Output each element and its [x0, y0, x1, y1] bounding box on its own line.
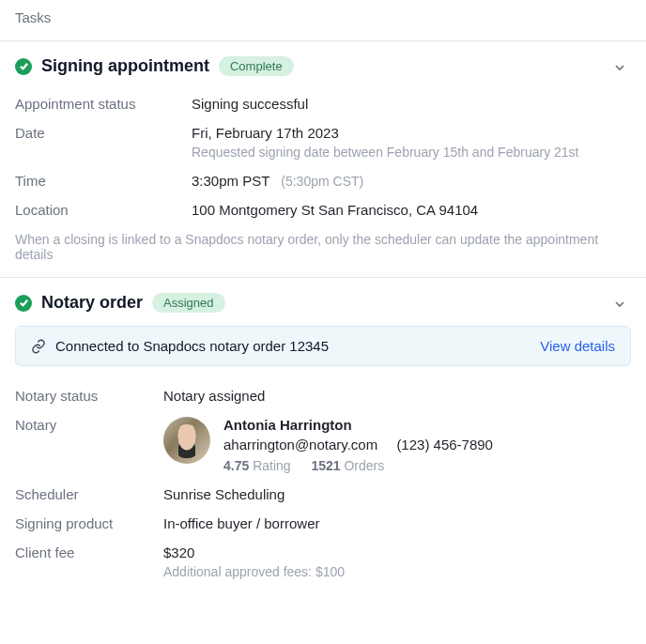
field-label: Date: [15, 125, 184, 141]
tasks-header: Tasks: [0, 0, 646, 41]
row-notary-status: Notary status Notary assigned: [15, 381, 631, 410]
notary-block: Antonia Harrington aharrington@notary.co…: [163, 417, 631, 473]
field-label: Time: [15, 173, 184, 189]
section-header[interactable]: Notary order Assigned: [15, 293, 631, 313]
rating-label: Rating: [253, 458, 290, 473]
avatar: [163, 417, 210, 464]
field-value: 100 Montgomery St San Francisco, CA 9410…: [192, 202, 631, 218]
field-value: Sunrise Scheduling: [163, 486, 631, 502]
chevron-down-icon[interactable]: [612, 60, 627, 75]
status-badge: Complete: [219, 56, 294, 76]
field-label: Signing product: [15, 515, 156, 531]
chevron-down-icon[interactable]: [612, 297, 627, 312]
field-value: $320 Additional approved fees: $100: [163, 544, 631, 579]
section-title: Notary order: [41, 293, 143, 313]
field-label: Scheduler: [15, 486, 156, 502]
row-location: Location 100 Montgomery St San Francisco…: [15, 195, 631, 224]
connected-text: Connected to Snapdocs notary order 12345: [55, 338, 531, 354]
orders-label: Orders: [344, 458, 384, 473]
section-title: Signing appointment: [41, 56, 209, 76]
time-value: 3:30pm PST: [192, 173, 269, 189]
date-value: Fri, February 17th 2023: [192, 125, 631, 141]
check-circle-icon: [15, 58, 32, 75]
client-fee-sub: Additional approved fees: $100: [163, 564, 631, 579]
view-details-link[interactable]: View details: [540, 338, 615, 354]
field-label: Appointment status: [15, 96, 184, 112]
row-time: Time 3:30pm PST (5:30pm CST): [15, 166, 631, 195]
row-client-fee: Client fee $320 Additional approved fees…: [15, 538, 631, 586]
field-value: Notary assigned: [163, 388, 631, 404]
section-footnote: When a closing is linked to a Snapdocs n…: [15, 224, 631, 262]
status-badge: Assigned: [152, 293, 224, 313]
notary-phone[interactable]: (123) 456-7890: [396, 437, 493, 452]
field-label: Notary: [15, 417, 156, 433]
notary-email[interactable]: aharrington@notary.com: [223, 437, 377, 452]
connected-banner: Connected to Snapdocs notary order 12345…: [15, 326, 631, 366]
notary-stats: 4.75 Rating 1521 Orders: [223, 458, 493, 473]
time-alt: (5:30pm CST): [281, 174, 363, 189]
field-value: In-office buyer / borrower: [163, 515, 631, 531]
field-label: Location: [15, 202, 184, 218]
row-scheduler: Scheduler Sunrise Scheduling: [15, 480, 631, 509]
field-value: Signing successful: [192, 96, 631, 112]
orders-value: 1521: [311, 458, 340, 473]
check-circle-icon: [15, 295, 32, 312]
notary-contact: aharrington@notary.com (123) 456-7890: [223, 437, 493, 452]
section-notary-order: Notary order Assigned Connected to Snapd…: [0, 278, 646, 601]
field-value: 3:30pm PST (5:30pm CST): [192, 173, 631, 189]
rating-value: 4.75: [223, 458, 249, 473]
field-value: Fri, February 17th 2023 Requested signin…: [192, 125, 631, 160]
link-icon: [31, 339, 46, 354]
date-subtext: Requested signing date between February …: [192, 145, 631, 160]
row-date: Date Fri, February 17th 2023 Requested s…: [15, 118, 631, 166]
section-signing-appointment: Signing appointment Complete Appointment…: [0, 41, 646, 278]
row-notary: Notary Antonia Harrington aharrington@no…: [15, 410, 631, 480]
field-label: Notary status: [15, 388, 156, 404]
client-fee-value: $320: [163, 544, 631, 560]
section-header[interactable]: Signing appointment Complete: [15, 56, 631, 76]
row-signing-product: Signing product In-office buyer / borrow…: [15, 509, 631, 538]
notary-name: Antonia Harrington: [223, 417, 493, 433]
row-appointment-status: Appointment status Signing successful: [15, 89, 631, 118]
field-label: Client fee: [15, 544, 156, 560]
